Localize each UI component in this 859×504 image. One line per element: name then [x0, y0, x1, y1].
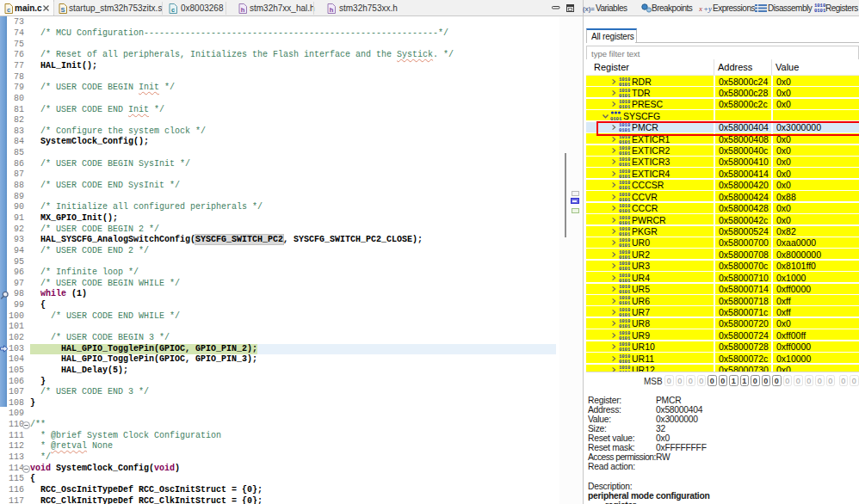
svg-text:0101: 0101 [619, 82, 631, 87]
svg-text:0101: 0101 [619, 289, 631, 294]
svg-text:0101: 0101 [619, 151, 631, 156]
svg-text:0101: 0101 [619, 208, 631, 213]
svg-text:c: c [171, 5, 175, 13]
svg-text:0101: 0101 [619, 93, 631, 98]
svg-text:0101: 0101 [619, 139, 631, 144]
svg-text:0101: 0101 [619, 220, 631, 225]
svg-text:0101: 0101 [619, 335, 631, 341]
svg-text:0101: 0101 [619, 231, 631, 237]
svg-text:x: x [699, 4, 702, 13]
svg-text:0101: 0101 [619, 243, 631, 248]
svg-text:0101: 0101 [619, 162, 631, 167]
svg-text:h: h [330, 5, 334, 13]
svg-text:h: h [241, 5, 245, 13]
svg-text:+y: +y [703, 4, 712, 13]
svg-text:0101: 0101 [619, 185, 631, 190]
svg-text:0101: 0101 [814, 8, 826, 13]
svg-text:0101: 0101 [619, 359, 631, 364]
svg-text:0101: 0101 [619, 323, 631, 329]
svg-text:0101: 0101 [619, 255, 631, 260]
svg-text:c: c [7, 5, 10, 13]
svg-text:0101: 0101 [619, 197, 631, 202]
svg-text:0101: 0101 [619, 300, 631, 305]
svg-text:0101: 0101 [619, 104, 631, 109]
svg-text:0101: 0101 [619, 278, 631, 283]
svg-text:0101: 0101 [619, 174, 631, 179]
svg-text:0101: 0101 [619, 266, 631, 271]
svg-text:0101: 0101 [619, 370, 631, 372]
svg-text:S: S [60, 5, 65, 13]
svg-text:0101: 0101 [619, 347, 631, 352]
svg-text:0101: 0101 [619, 312, 631, 317]
